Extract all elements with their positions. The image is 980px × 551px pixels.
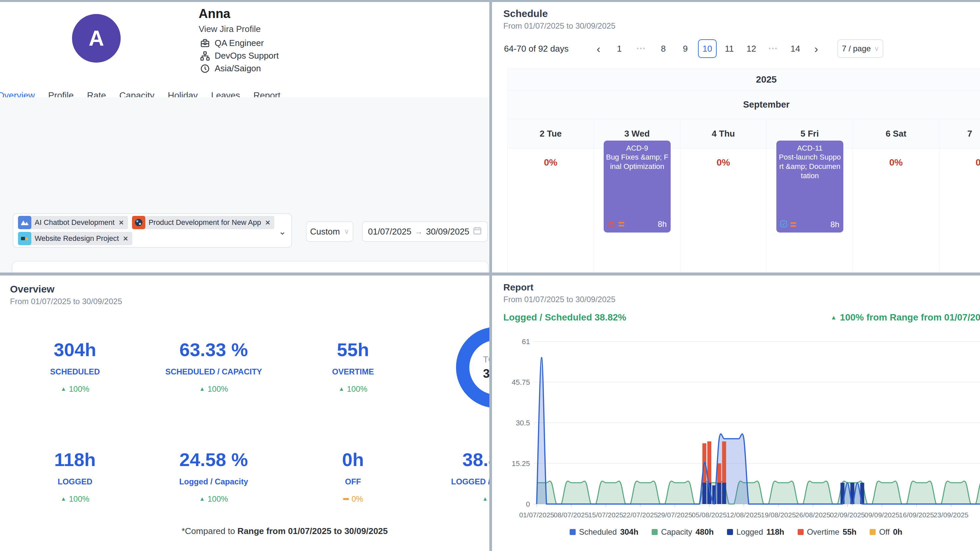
schedule-panel: Schedule From 01/07/2025 to 30/09/2025 6…: [492, 2, 980, 273]
scheduled-hours: 8h: [830, 220, 839, 229]
svg-text:26/08/2025: 26/08/2025: [795, 511, 830, 519]
project-chip[interactable]: AI Chatbot Development ✕: [18, 216, 128, 229]
remove-chip-icon[interactable]: ✕: [119, 219, 124, 227]
stat-overtime: 55h OVERTIME ▲100%: [283, 339, 423, 394]
arrow-right-icon: →: [415, 227, 423, 236]
svg-text:23/09/2025: 23/09/2025: [933, 511, 968, 519]
legend-scheduled[interactable]: Scheduled304h: [570, 527, 638, 537]
svg-text:29/07/2025: 29/07/2025: [657, 511, 692, 519]
svg-text:15.25: 15.25: [512, 459, 530, 468]
day-header: 6 Sat: [853, 119, 939, 149]
clock-icon: [200, 64, 210, 74]
stat-logged-scheduled: 38.82 % LOGGED / SCHEDULED ▲100%: [427, 449, 489, 504]
remove-chip-icon[interactable]: ✕: [123, 235, 128, 243]
next-page-icon[interactable]: ›: [807, 42, 826, 55]
filters-section: AI Chatbot Development ✕ Product Develop…: [0, 97, 489, 273]
bug-icon: [607, 219, 616, 229]
calendar-month: September: [508, 91, 980, 119]
day-column-partial: 7 0%: [939, 119, 980, 273]
svg-text:02/09/2025: 02/09/2025: [830, 511, 865, 519]
legend-capacity[interactable]: Capacity480h: [652, 527, 714, 537]
profile-timezone: Asia/Saigon: [200, 63, 261, 74]
legend-color-swatch: [570, 529, 576, 535]
product-dev-project-icon: [132, 216, 145, 229]
issue-key: ACD-11: [778, 144, 842, 152]
page-11[interactable]: 11: [720, 39, 739, 58]
page-size-select[interactable]: 7 / page ∨: [837, 39, 883, 58]
calendar-year: 2025: [508, 68, 980, 91]
remove-chip-icon[interactable]: ✕: [265, 219, 270, 227]
chevron-down-icon: ∨: [344, 227, 349, 236]
day-utilization: 0%: [939, 157, 980, 168]
day-header: 2 Tue: [508, 119, 593, 149]
date-range-picker[interactable]: 01/07/2025 → 30/09/2025: [362, 221, 488, 242]
trend-up-icon: ▲: [482, 496, 488, 502]
delta-badge: ▲100%: [144, 494, 284, 504]
chevron-down-icon[interactable]: ⌄: [278, 227, 286, 237]
trend-up-icon: ▲: [60, 386, 66, 392]
ellipsis-icon[interactable]: •••: [764, 39, 783, 58]
prev-page-icon[interactable]: ‹: [589, 42, 608, 55]
workload-title: Workload: [25, 271, 488, 273]
svg-text:01/07/2025: 01/07/2025: [519, 511, 554, 519]
trend-up-icon: ▲: [60, 496, 66, 502]
overview-title: Overview: [10, 284, 54, 295]
delta-badge: 0%: [283, 494, 423, 504]
svg-text:22/07/2025: 22/07/2025: [623, 511, 658, 519]
task-card-acd-9[interactable]: ACD-9 Bug Fixes &amp; Final Optimization…: [604, 141, 671, 232]
delta-badge: ▲100%: [5, 494, 145, 504]
ai-chatbot-project-icon: [18, 216, 31, 229]
trend-flat-icon: [343, 498, 349, 500]
stat-logged-capacity: 24.58 % Logged / Capacity ▲100%: [144, 449, 284, 504]
overview-panel: Overview From 01/07/2025 to 30/09/2025 3…: [0, 275, 489, 551]
project-filter-select[interactable]: AI Chatbot Development ✕ Product Develop…: [13, 213, 292, 248]
task-card-acd-11[interactable]: ACD-11 Post-launch Support &amp; Documen…: [776, 141, 843, 232]
page-1[interactable]: 1: [610, 39, 628, 58]
legend-logged[interactable]: Logged118h: [727, 527, 784, 537]
date-to-value[interactable]: 30/09/2025: [426, 227, 469, 237]
report-panel: Report From 01/07/2025 to 30/09/2025 Log…: [492, 275, 980, 551]
pagination-range-text: 64-70 of 92 days: [504, 44, 569, 54]
date-from-value[interactable]: 01/07/2025: [368, 227, 411, 237]
day-utilization: 0%: [680, 157, 766, 168]
svg-text:05/08/2025: 05/08/2025: [692, 511, 727, 519]
page-14[interactable]: 14: [786, 39, 805, 58]
org-chart-icon: [200, 51, 210, 61]
svg-text:45.75: 45.75: [512, 378, 530, 386]
svg-text:16/09/2025: 16/09/2025: [899, 511, 934, 519]
donut-center-text: TOTAL 304h: [455, 326, 489, 409]
legend-color-swatch: [798, 529, 803, 535]
profile-panel: A Anna View Jira Profile QA Engineer Dev…: [0, 2, 489, 273]
stat-scheduled-capacity: 63.33 % SCHEDULED / CAPACITY ▲100%: [144, 339, 284, 394]
calendar-icon[interactable]: [473, 226, 482, 238]
report-title: Report: [503, 282, 533, 293]
day-column: 2 Tue 0%: [508, 119, 593, 273]
schedule-calendar: 2025 September 2 Tue 0% 3 Wed 100% ACD-9…: [508, 68, 980, 273]
report-subtitle: From 01/07/2025 to 30/09/2025: [503, 295, 615, 304]
page-12[interactable]: 12: [742, 39, 760, 58]
page-8[interactable]: 8: [654, 39, 673, 58]
svg-text:0: 0: [526, 500, 530, 508]
stat-scheduled: 304h SCHEDULED ▲100%: [5, 339, 145, 394]
project-chip[interactable]: Product Development for New App ✕: [132, 216, 274, 229]
view-jira-profile-link[interactable]: View Jira Profile: [199, 24, 261, 34]
comparison-footnote: *Compared to Range from 01/07/2025 to 30…: [40, 526, 489, 536]
page-9[interactable]: 9: [676, 39, 695, 58]
svg-text:61: 61: [522, 337, 530, 346]
profile-team: DevOps Support: [200, 51, 278, 61]
day-column: 6 Sat 0%: [853, 119, 939, 273]
profile-role: QA Engineer: [200, 38, 264, 48]
project-chip[interactable]: Website Redesign Project ✕: [18, 232, 132, 245]
range-preset-select[interactable]: Custom ∨: [306, 221, 353, 242]
trend-up-icon: ▲: [339, 386, 344, 392]
legend-color-swatch: [870, 529, 876, 535]
delta-badge: ▲100%: [5, 384, 145, 394]
svg-text:08/07/2025: 08/07/2025: [554, 511, 589, 519]
legend-overtime[interactable]: Overtime55h: [798, 527, 857, 537]
medium-priority-icon: [790, 222, 796, 227]
legend-off[interactable]: Off0h: [870, 527, 902, 537]
page-10-active[interactable]: 10: [698, 39, 717, 58]
svg-text:12/08/2025: 12/08/2025: [726, 511, 761, 519]
ellipsis-icon[interactable]: •••: [632, 39, 651, 58]
svg-text:19/08/2025: 19/08/2025: [761, 511, 796, 519]
